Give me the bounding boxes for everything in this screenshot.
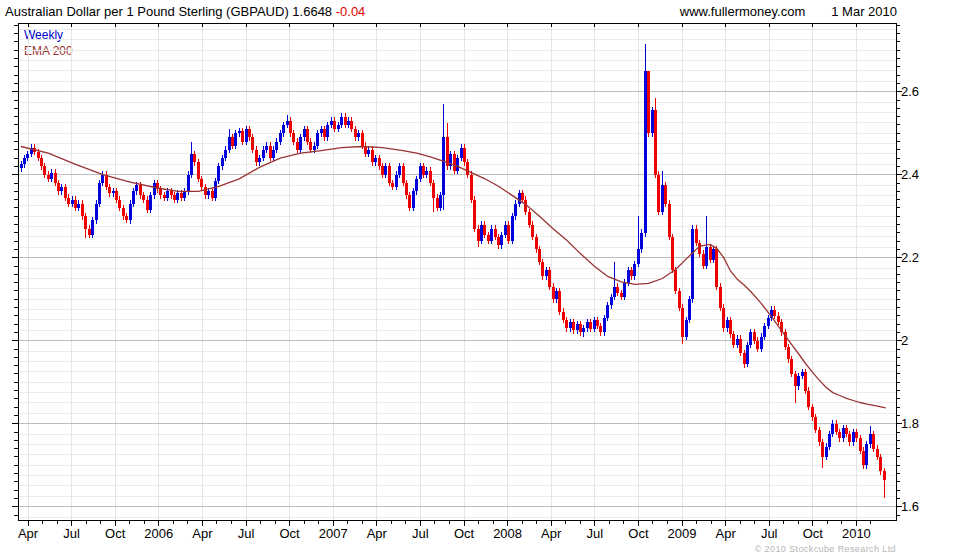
price-bar [845, 425, 848, 438]
price-bar [67, 194, 70, 207]
price-bar [197, 159, 200, 182]
price-bar [364, 142, 367, 157]
price-bar [347, 117, 350, 128]
axis-tick-marks [12, 23, 902, 526]
price-bar [818, 427, 821, 446]
price-bar [173, 192, 176, 203]
price-bar [269, 142, 272, 161]
price-bar [422, 163, 425, 178]
price-bar [855, 429, 858, 442]
price-bar [303, 126, 306, 141]
price-bar [463, 144, 466, 165]
price-bar [20, 161, 23, 172]
price-bar [883, 468, 886, 498]
price-bar [743, 350, 746, 368]
price-bar [262, 146, 265, 161]
price-bar [651, 107, 654, 136]
price-bar [879, 454, 882, 475]
price-bar [483, 221, 486, 238]
price-bar [756, 337, 759, 352]
price-bar [831, 420, 834, 437]
price-bar [402, 163, 405, 186]
price-bar [582, 325, 585, 337]
price-bar [487, 232, 490, 245]
price-bar [460, 144, 463, 161]
price-bar [801, 369, 804, 380]
price-bar [664, 182, 667, 207]
price-bar [773, 306, 776, 319]
x-axis-label: Jul [238, 526, 255, 541]
x-axis-label: 2009 [668, 526, 697, 541]
price-bar [292, 130, 295, 145]
price-bar [50, 169, 53, 182]
x-axis-label: Jul [761, 526, 778, 541]
y-axis-label: 1.6 [901, 499, 919, 514]
x-axis-label: Oct [105, 526, 125, 541]
price-bar [480, 221, 483, 244]
price-bar [865, 441, 868, 468]
price-bar [678, 288, 681, 311]
price-bar [381, 163, 384, 178]
x-axis-label: 2008 [493, 526, 522, 541]
price-bar [494, 225, 497, 240]
price-bar [146, 196, 149, 213]
x-axis-label: Apr [367, 526, 387, 541]
price-bar [500, 232, 503, 249]
plot-border [18, 23, 896, 520]
price-bar [545, 267, 548, 280]
price-bar [57, 180, 60, 195]
price-bar [579, 321, 582, 336]
price-bar [453, 151, 456, 174]
price-bar [558, 288, 561, 315]
price-bar [95, 200, 98, 223]
chart-page: { "header": { "title": "Australian Dolla… [0, 0, 980, 560]
price-bar [309, 138, 312, 153]
price-bar [859, 435, 862, 454]
price-bar [255, 146, 258, 165]
price-bar [674, 267, 677, 294]
price-bar [40, 155, 43, 170]
price-bar [753, 329, 756, 344]
price-bar [647, 71, 650, 136]
price-bar [272, 146, 275, 161]
price-bar [204, 184, 207, 199]
price-bar [132, 188, 135, 207]
price-bar [538, 246, 541, 265]
price-bar [306, 126, 309, 145]
x-axis-label: 2006 [144, 526, 173, 541]
price-bar [296, 138, 299, 153]
price-bar [398, 163, 401, 178]
price-bar [286, 115, 289, 129]
price-bar [630, 267, 633, 280]
price-bar [384, 163, 387, 178]
price-bar [30, 144, 33, 157]
price-bar [228, 129, 231, 153]
price-bar [749, 329, 752, 348]
x-axis-label: Apr [715, 526, 735, 541]
price-bar [599, 323, 602, 336]
x-axis-label: Oct [803, 526, 823, 541]
price-bar [712, 246, 715, 263]
price-bar [688, 296, 691, 323]
price-bar [610, 294, 613, 309]
x-axis-label: Jul [586, 526, 603, 541]
price-bar [633, 261, 636, 280]
price-bar [695, 225, 698, 246]
price-bar [163, 192, 166, 201]
price-bar [848, 431, 851, 446]
price-bar [784, 329, 787, 350]
price-bar [77, 200, 80, 211]
price-bar [245, 126, 248, 145]
price-bar [214, 178, 217, 201]
price-bar [698, 240, 701, 257]
price-bar [391, 180, 394, 191]
price-bar [98, 180, 101, 207]
price-bar [616, 283, 619, 296]
price-bar [811, 404, 814, 421]
price-bar [739, 335, 742, 356]
price-bar [555, 288, 558, 303]
x-axis-label: Jul [63, 526, 80, 541]
price-bar [722, 304, 725, 331]
x-gridlines [28, 23, 856, 520]
price-bar [528, 209, 531, 228]
